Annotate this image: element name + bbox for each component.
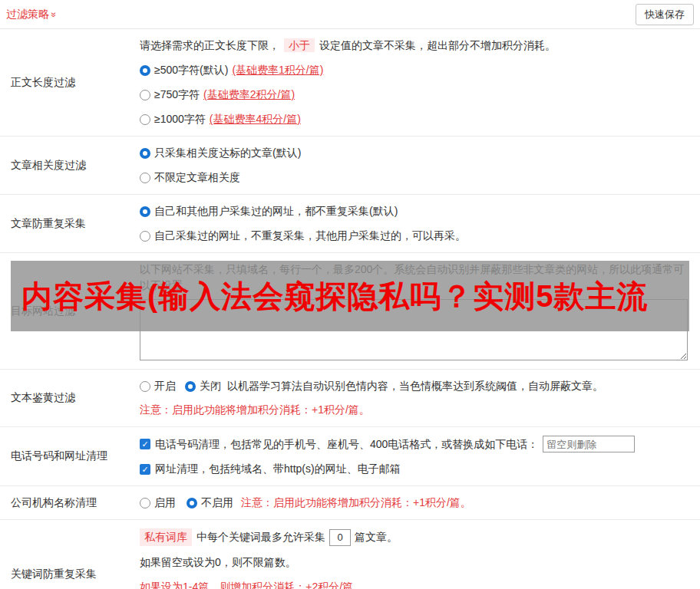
radio-relevance-any[interactable]	[140, 173, 150, 183]
row-phone-url-cleanup: 电话号码和网址清理 ✓ 电话号码清理，包括常见的手机号、座机号、400电话格式，…	[0, 427, 700, 486]
quick-save-button[interactable]: 快速保存	[636, 4, 694, 25]
option-label[interactable]: 开启	[154, 378, 176, 394]
company-cleanup-options: 启用 不启用 注意：启用此功能将增加积分消耗：+1积分/篇。	[140, 495, 688, 511]
option-label: 电话号码清理，包括常见的手机号、座机号、400电话格式，或替换成如下电话：	[155, 436, 538, 452]
company-cost-note: 注意：启用此功能将增加积分消耗：+1积分/篇。	[241, 495, 471, 511]
row-body-length-filter: 正文长度过滤 请选择需求的正文长度下限，小于设定值的文章不采集，超出部分不增加积…	[0, 29, 700, 137]
checkbox-url-cleanup[interactable]: ✓	[140, 464, 150, 475]
chevron-down-icon: »	[48, 12, 59, 17]
row-label: 文章相关度过滤	[0, 137, 129, 194]
row-content: ✓ 电话号码清理，包括常见的手机号、座机号、400电话格式，或替换成如下电话： …	[129, 427, 700, 485]
row-content: 开启 关闭 以机器学习算法自动识别色情内容，当色情概率达到系统阈值，自动屏蔽文章…	[129, 370, 700, 426]
phone-cleanup-option: ✓ 电话号码清理，包括常见的手机号、座机号、400电话格式，或替换成如下电话：	[140, 436, 688, 452]
checkbox-phone-cleanup[interactable]: ✓	[140, 439, 150, 449]
row-label: 公司机构名称清理	[0, 486, 129, 519]
keyword-count-input[interactable]	[329, 529, 351, 546]
page-title-text: 过滤策略	[6, 8, 49, 20]
row-company-name-cleanup: 公司机构名称清理 启用 不启用 注意：启用此功能将增加积分消耗：+1积分/篇。	[0, 486, 700, 520]
radio-dedupe-global[interactable]	[140, 206, 150, 217]
watermark-overlay: 内容采集(输入法会窥探隐私吗？实测5款主流	[11, 261, 689, 331]
replacement-phone-input[interactable]	[543, 436, 635, 452]
length-option-750[interactable]: ≥750字符 (基础费率2积分/篇)	[140, 87, 688, 103]
row-content: 自己和其他用户采集过的网址，都不重复采集(默认) 自己采集过的网址，不重复采集，…	[129, 195, 700, 252]
option-label: 网址清理，包括纯域名、带http(s)的网址、电子邮箱	[155, 461, 401, 477]
row-label: 正文长度过滤	[0, 29, 129, 136]
row-label: 文章防重复采集	[0, 195, 129, 252]
row-relevance-filter: 文章相关度过滤 只采集相关度达标的文章(默认) 不限定文章相关度	[0, 137, 700, 195]
keyword-note-zero: 如果留空或设为0，则不限篇数。	[140, 554, 688, 571]
radio-dedupe-self[interactable]	[140, 231, 150, 242]
body-length-description: 请选择需求的正文长度下限，小于设定值的文章不采集，超出部分不增加积分消耗。	[140, 38, 688, 54]
porn-filter-description: 以机器学习算法自动识别色情内容，当色情概率达到系统阈值，自动屏蔽文章。	[227, 378, 603, 394]
dedupe-option-global[interactable]: 自己和其他用户采集过的网址，都不重复采集(默认)	[140, 203, 688, 219]
keyword-limit-line: 私有词库 中每个关键词最多允许采集 篇文章。	[140, 528, 688, 546]
less-than-highlight: 小于	[284, 38, 315, 52]
porn-filter-cost-note: 注意：启用此功能将增加积分消耗：+1积分/篇。	[140, 402, 688, 418]
option-label[interactable]: 不启用	[201, 495, 233, 511]
radio-porn-off[interactable]	[185, 381, 196, 392]
url-cleanup-option: ✓ 网址清理，包括纯域名、带http(s)的网址、电子邮箱	[140, 461, 688, 477]
option-label[interactable]: 启用	[154, 495, 176, 511]
option-fee: (基础费率4积分/篇)	[210, 111, 301, 127]
option-label: 只采集相关度达标的文章(默认)	[154, 145, 301, 161]
radio-relevance-strict[interactable]	[140, 148, 150, 159]
row-dedupe-collection: 文章防重复采集 自己和其他用户采集过的网址，都不重复采集(默认) 自己采集过的网…	[0, 195, 700, 253]
dedupe-option-self[interactable]: 自己采集过的网址，不重复采集，其他用户采集过的，可以再采。	[140, 228, 688, 244]
row-content: 私有词库 中每个关键词最多允许采集 篇文章。 如果留空或设为0，则不限篇数。 如…	[129, 520, 700, 589]
watermark-text: 内容采集(输入法会窥探隐私吗？实测5款主流	[21, 275, 649, 318]
option-label: ≥750字符	[154, 87, 200, 103]
porn-filter-options: 开启 关闭 以机器学习算法自动识别色情内容，当色情概率达到系统阈值，自动屏蔽文章…	[140, 378, 688, 394]
row-content: 只采集相关度达标的文章(默认) 不限定文章相关度	[129, 137, 700, 194]
length-option-500[interactable]: ≥500字符(默认) (基础费率1积分/篇)	[140, 62, 688, 78]
row-content: 启用 不启用 注意：启用此功能将增加积分消耗：+1积分/篇。	[129, 486, 700, 519]
option-label: ≥500字符(默认)	[154, 62, 228, 78]
radio-company-disable[interactable]	[187, 498, 197, 508]
radio-750-chars[interactable]	[140, 90, 150, 100]
relevance-option-any[interactable]: 不限定文章相关度	[140, 169, 688, 186]
option-fee: (基础费率2积分/篇)	[203, 87, 295, 103]
private-lexicon-link[interactable]: 私有词库	[140, 528, 192, 546]
relevance-option-strict[interactable]: 只采集相关度达标的文章(默认)	[140, 145, 688, 161]
page-title[interactable]: 过滤策略»	[6, 8, 57, 21]
length-option-1000[interactable]: ≥1000字符 (基础费率4积分/篇)	[140, 111, 688, 127]
radio-500-chars[interactable]	[140, 65, 150, 76]
radio-porn-on[interactable]	[140, 381, 150, 392]
row-label: 关键词防重复采集	[0, 520, 129, 589]
row-label: 文本鉴黄过滤	[0, 370, 129, 426]
option-label: 自己采集过的网址，不重复采集，其他用户采集过的，可以再采。	[154, 228, 466, 244]
filter-strategy-page: 过滤策略» 快速保存 正文长度过滤 请选择需求的正文长度下限，小于设定值的文章不…	[0, 0, 700, 589]
option-label: 自己和其他用户采集过的网址，都不重复采集(默认)	[154, 203, 398, 219]
radio-1000-chars[interactable]	[140, 114, 150, 125]
keyword-note-cost: 如果设为1-4篇，则增加积分消耗：+2积分/篇。	[140, 579, 688, 589]
row-porn-filter: 文本鉴黄过滤 开启 关闭 以机器学习算法自动识别色情内容，当色情概率达到系统阈值…	[0, 370, 700, 427]
option-label[interactable]: 关闭	[200, 378, 221, 394]
radio-company-enable[interactable]	[140, 498, 150, 508]
option-label: ≥1000字符	[154, 111, 206, 127]
row-keyword-dedupe: 关键词防重复采集 私有词库 中每个关键词最多允许采集 篇文章。 如果留空或设为0…	[0, 520, 700, 589]
top-bar: 过滤策略» 快速保存	[0, 0, 700, 29]
option-fee: (基础费率1积分/篇)	[232, 62, 323, 78]
row-label: 电话号码和网址清理	[0, 427, 129, 485]
row-content: 请选择需求的正文长度下限，小于设定值的文章不采集，超出部分不增加积分消耗。 ≥5…	[129, 29, 700, 136]
option-label: 不限定文章相关度	[154, 169, 240, 186]
